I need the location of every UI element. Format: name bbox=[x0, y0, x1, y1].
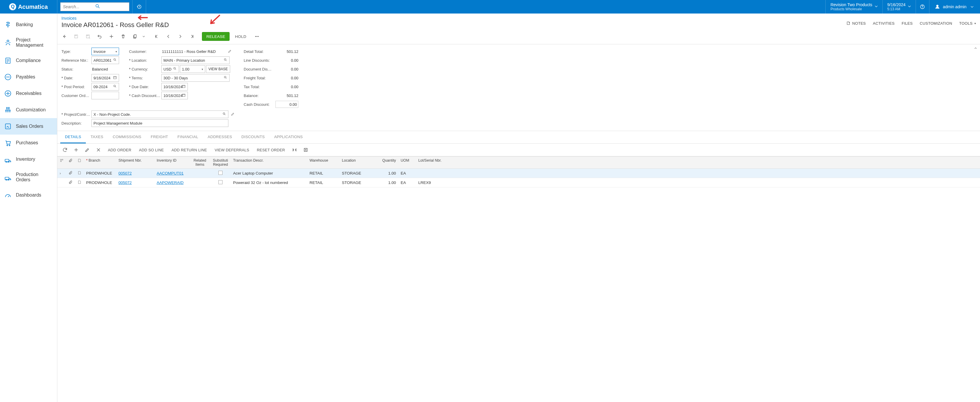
tab-freight[interactable]: FREIGHT bbox=[146, 131, 173, 143]
subst-checkbox[interactable] bbox=[218, 171, 223, 175]
save-close-button[interactable] bbox=[83, 32, 93, 41]
tab-commissions[interactable]: COMMISSIONS bbox=[108, 131, 146, 143]
more-button[interactable] bbox=[251, 32, 262, 41]
view-base-button[interactable]: VIEW BASE bbox=[206, 65, 230, 73]
sidebar-item-dashboards[interactable]: Dashboards bbox=[0, 187, 57, 203]
save-button[interactable] bbox=[71, 32, 81, 41]
export-button[interactable] bbox=[301, 145, 310, 154]
desc-input[interactable]: Project Management Module bbox=[91, 119, 228, 127]
add-row-button[interactable] bbox=[72, 145, 81, 154]
col-branch[interactable]: Branch bbox=[84, 157, 116, 169]
user-menu[interactable]: admin admin bbox=[929, 0, 980, 14]
col-loc[interactable]: Location bbox=[339, 157, 372, 169]
first-button[interactable] bbox=[151, 32, 162, 41]
col-lot[interactable]: Lot/Serial Nbr. bbox=[416, 157, 980, 169]
customization-link[interactable]: CUSTOMIZATION bbox=[920, 21, 952, 25]
tools-link[interactable]: TOOLS bbox=[959, 21, 976, 25]
tab-applications[interactable]: APPLICATIONS bbox=[270, 131, 307, 143]
shipment-link[interactable]: 005072 bbox=[118, 180, 132, 185]
inventory-link[interactable]: AAPOWERAID bbox=[157, 180, 184, 185]
history-button[interactable] bbox=[132, 0, 146, 14]
last-button[interactable] bbox=[187, 32, 197, 41]
col-qty[interactable]: Quantity bbox=[372, 157, 398, 169]
files-link[interactable]: FILES bbox=[902, 21, 913, 25]
sidebar-item-payables[interactable]: Payables bbox=[0, 69, 57, 85]
col-uom[interactable]: UOM bbox=[398, 157, 416, 169]
tab-taxes[interactable]: TAXES bbox=[86, 131, 108, 143]
cashdiscount-input[interactable]: 0.00 bbox=[275, 101, 298, 108]
inventory-link[interactable]: AACOMPUT01 bbox=[157, 171, 184, 175]
table-row[interactable]: › PRODWHOLE 005072 AACOMPUT01 Acer Lapto… bbox=[57, 169, 980, 178]
sidebar-item-sales-orders[interactable]: Sales Orders bbox=[0, 118, 57, 135]
type-select[interactable]: Invoice▾ bbox=[91, 48, 119, 55]
cashdiscdate-input[interactable]: 10/16/2024 bbox=[161, 92, 188, 99]
row-selector-col[interactable] bbox=[57, 157, 66, 169]
col-wh[interactable]: Warehouse bbox=[307, 157, 339, 169]
note-col[interactable] bbox=[75, 157, 84, 169]
delete-row-button[interactable] bbox=[94, 145, 103, 154]
custord-input[interactable] bbox=[91, 92, 119, 99]
table-row[interactable]: PRODWHOLE 005072 AAPOWERAID Poweraid 32 … bbox=[57, 178, 980, 187]
search-input[interactable]: Search... bbox=[60, 2, 129, 11]
tab-details[interactable]: DETAILS bbox=[60, 131, 86, 143]
note-icon[interactable] bbox=[77, 171, 81, 175]
col-txdesc[interactable]: Transaction Descr. bbox=[231, 157, 307, 169]
date-input[interactable]: 9/16/2024 bbox=[91, 74, 119, 82]
datetime-selector[interactable]: 9/16/2024 5:13 AM bbox=[882, 0, 916, 14]
next-button[interactable] bbox=[175, 32, 186, 41]
add-return-line-button[interactable]: ADD RETURN LINE bbox=[169, 145, 210, 154]
col-subst[interactable]: Substituti Required bbox=[210, 157, 231, 169]
sidebar-item-banking[interactable]: Banking bbox=[0, 16, 57, 33]
help-button[interactable] bbox=[916, 0, 929, 14]
view-deferrals-button[interactable]: VIEW DEFERRALS bbox=[212, 145, 252, 154]
release-button[interactable]: RELEASE bbox=[202, 32, 229, 41]
col-shipment[interactable]: Shipment Nbr. bbox=[116, 157, 154, 169]
col-related[interactable]: Related Items bbox=[189, 157, 210, 169]
project-input[interactable]: X - Non-Project Code. bbox=[91, 111, 228, 118]
add-button[interactable] bbox=[106, 32, 117, 41]
ref-input[interactable]: AR012061 bbox=[91, 56, 119, 64]
prev-button[interactable] bbox=[163, 32, 174, 41]
breadcrumb[interactable]: Invoices bbox=[61, 16, 169, 21]
currency-input[interactable]: USD bbox=[161, 65, 179, 73]
edit-project-button[interactable] bbox=[231, 112, 235, 117]
activities-link[interactable]: ACTIVITIES bbox=[873, 21, 895, 25]
hold-button[interactable]: HOLD bbox=[231, 32, 250, 41]
tab-financial[interactable]: FINANCIAL bbox=[173, 131, 203, 143]
rate-input[interactable]: 1.00▾ bbox=[180, 65, 205, 73]
post-input[interactable]: 09-2024 bbox=[91, 83, 119, 91]
reset-order-button[interactable]: RESET ORDER bbox=[254, 145, 288, 154]
edit-customer-button[interactable] bbox=[228, 49, 232, 54]
add-so-line-button[interactable]: ADD SO LINE bbox=[136, 145, 167, 154]
paperclip-icon[interactable] bbox=[68, 181, 73, 185]
collapse-button[interactable] bbox=[974, 46, 978, 51]
add-order-button[interactable]: ADD ORDER bbox=[105, 145, 134, 154]
refresh-button[interactable] bbox=[60, 145, 70, 154]
terms-input[interactable]: 30D - 30 Days bbox=[161, 74, 229, 82]
copy-dropdown[interactable] bbox=[142, 32, 146, 41]
note-icon[interactable] bbox=[77, 180, 81, 184]
column-config-button[interactable] bbox=[290, 145, 299, 154]
sidebar-item-purchases[interactable]: Purchases bbox=[0, 135, 57, 151]
paperclip-icon[interactable] bbox=[68, 171, 73, 176]
sidebar-item-compliance[interactable]: Compliance bbox=[0, 52, 57, 69]
attachment-col[interactable] bbox=[66, 157, 75, 169]
sidebar-item-project-management[interactable]: Project Management bbox=[0, 33, 57, 52]
sidebar-item-production-orders[interactable]: Production Orders bbox=[0, 167, 57, 187]
sidebar-item-inventory[interactable]: Inventory bbox=[0, 151, 57, 167]
copy-button[interactable] bbox=[130, 32, 140, 41]
sidebar-item-receivables[interactable]: Receivables bbox=[0, 85, 57, 102]
shipment-link[interactable]: 005072 bbox=[118, 171, 132, 175]
col-inventory[interactable]: Inventory ID bbox=[154, 157, 189, 169]
duedate-input[interactable]: 10/16/2024 bbox=[161, 83, 188, 91]
subst-checkbox[interactable] bbox=[218, 180, 223, 184]
notes-link[interactable]: NOTES bbox=[846, 21, 865, 25]
row-expand-icon[interactable]: › bbox=[60, 171, 61, 175]
logo[interactable]: Q Acumatica bbox=[0, 0, 57, 14]
location-input[interactable]: MAIN - Primary Location bbox=[161, 56, 229, 64]
delete-button[interactable] bbox=[118, 32, 129, 41]
back-button[interactable] bbox=[59, 32, 70, 41]
sidebar-item-customization[interactable]: Customization bbox=[0, 102, 57, 118]
tab-addresses[interactable]: ADDRESSES bbox=[203, 131, 237, 143]
edit-row-button[interactable] bbox=[83, 145, 92, 154]
